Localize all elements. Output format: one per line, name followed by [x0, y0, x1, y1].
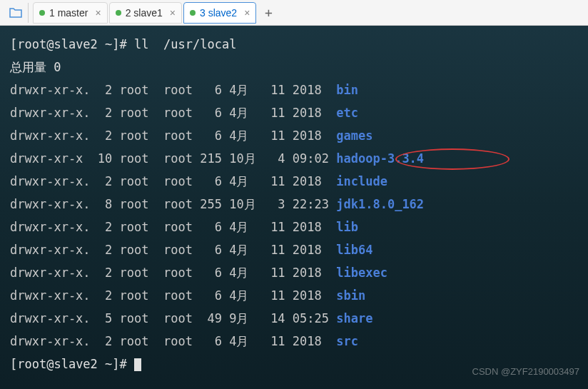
- directory-name: games: [336, 128, 372, 143]
- folder-icon[interactable]: [3, 3, 29, 23]
- tab-slave1[interactable]: 2 slave1 ×: [109, 2, 182, 24]
- tab-master[interactable]: 1 master ×: [33, 2, 108, 24]
- directory-name: jdk1.8.0_162: [336, 197, 424, 211]
- add-tab-button[interactable]: +: [258, 2, 279, 24]
- close-icon[interactable]: ×: [244, 7, 250, 19]
- list-item: drwxr-xr-x. 2 root root 6 4月 11 2018 lib: [10, 216, 578, 238]
- close-icon[interactable]: ×: [170, 7, 176, 19]
- directory-name: include: [336, 174, 387, 188]
- directory-name: sbin: [336, 288, 365, 303]
- list-item: drwxr-xr-x. 2 root root 6 4月 11 2018 etc: [10, 101, 578, 124]
- list-item: drwxr-xr-x. 2 root root 6 4月 11 2018 sbi…: [10, 284, 578, 307]
- list-item: drwxr-xr-x. 2 root root 6 4月 11 2018 lib…: [10, 238, 578, 261]
- total-line: 总用量 0: [10, 56, 578, 79]
- list-item: drwxr-xr-x. 2 root root 6 4月 11 2018 inc…: [10, 170, 578, 193]
- terminal[interactable]: [root@slave2 ~]# ll /usr/local 总用量 0 drw…: [0, 26, 588, 389]
- tab-slave2[interactable]: 3 slave2 ×: [183, 2, 256, 24]
- status-dot-icon: [116, 10, 121, 16]
- directory-name: src: [336, 334, 358, 348]
- list-item: drwxr-xr-x 10 root root 215 10月 4 09:02 …: [10, 147, 578, 170]
- list-item: drwxr-xr-x. 2 root root 6 4月 11 2018 gam…: [10, 124, 578, 147]
- file-listing: drwxr-xr-x. 2 root root 6 4月 11 2018 bin…: [10, 79, 578, 353]
- watermark: CSDN @ZYF2190003497: [472, 360, 580, 383]
- tab-label: 3 slave2: [200, 7, 237, 19]
- directory-name: hadoop-3.3.4: [336, 151, 424, 166]
- status-dot-icon: [39, 10, 45, 16]
- directory-name: etc: [336, 106, 358, 120]
- tab-label: 2 slave1: [126, 7, 163, 19]
- directory-name: bin: [336, 83, 358, 97]
- directory-name: lib64: [336, 243, 372, 257]
- tab-label: 1 master: [49, 7, 88, 19]
- list-item: drwxr-xr-x. 2 root root 6 4月 11 2018 src: [10, 330, 578, 353]
- directory-name: libexec: [336, 266, 387, 280]
- list-item: drwxr-xr-x. 2 root root 6 4月 11 2018 lib…: [10, 261, 578, 284]
- list-item: drwxr-xr-x. 5 root root 49 9月 14 05:25 s…: [10, 307, 578, 330]
- directory-name: share: [336, 311, 372, 325]
- close-icon[interactable]: ×: [95, 7, 101, 19]
- cursor-icon: [134, 358, 141, 371]
- status-dot-icon: [190, 10, 196, 16]
- directory-name: lib: [336, 220, 358, 234]
- prompt-line: [root@slave2 ~]# ll /usr/local: [10, 33, 578, 56]
- list-item: drwxr-xr-x. 2 root root 6 4月 11 2018 bin: [10, 79, 578, 101]
- tab-bar: 1 master × 2 slave1 × 3 slave2 × +: [0, 0, 588, 26]
- list-item: drwxr-xr-x. 8 root root 255 10月 3 22:23 …: [10, 193, 578, 216]
